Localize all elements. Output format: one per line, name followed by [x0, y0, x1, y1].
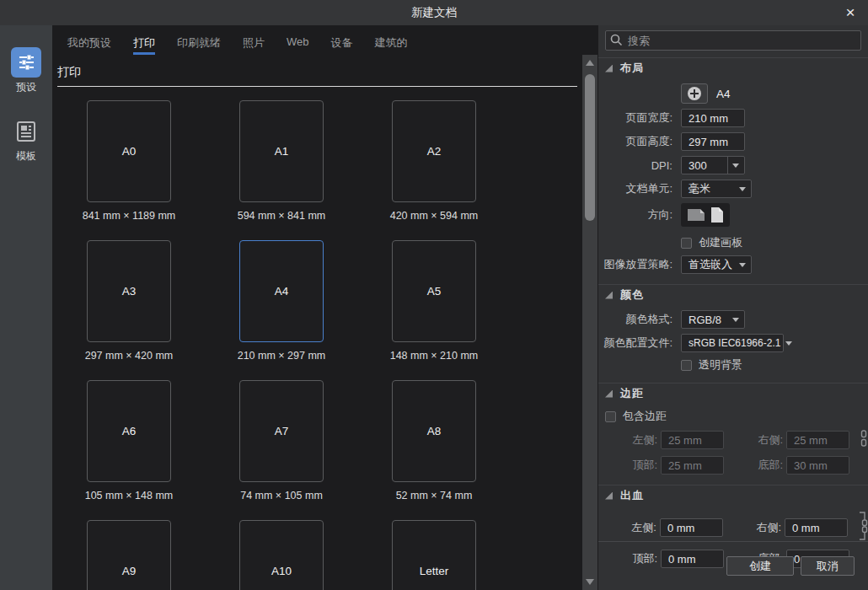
bleed-right-label: 右侧: — [730, 520, 781, 535]
preset-name: A4 — [275, 285, 289, 298]
preset-card-a7[interactable]: A7 74 mm × 105 mm — [206, 380, 357, 520]
preset-card-a4-selected[interactable]: A4 210 mm × 297 mm — [206, 240, 357, 380]
color-profile-value: sRGB IEC61966-2.1 — [689, 337, 780, 349]
create-artboard-checkbox[interactable] — [681, 238, 692, 249]
preset-card-letter[interactable]: Letter — [358, 520, 510, 590]
preset-name: Letter — [420, 565, 449, 577]
bleed-section-title: 出血 — [620, 488, 644, 503]
margin-top-input[interactable] — [661, 456, 724, 475]
add-preset-button[interactable] — [681, 83, 708, 104]
preset-card-a10[interactable]: A10 — [206, 520, 357, 590]
preset-dimensions: 420 mm × 594 mm — [358, 210, 510, 222]
vertical-scrollbar[interactable] — [582, 55, 597, 590]
scroll-up-icon[interactable] — [586, 60, 594, 66]
color-format-dropdown[interactable]: RGB/8 — [681, 310, 745, 329]
scroll-down-icon[interactable] — [586, 579, 594, 585]
create-button[interactable]: 创建 — [726, 556, 794, 576]
preset-name: A10 — [271, 565, 292, 577]
search-input[interactable] — [605, 30, 861, 51]
include-margins-label: 包含边距 — [623, 409, 667, 424]
bleed-section-header[interactable]: 出血 — [598, 485, 868, 506]
landscape-icon[interactable] — [688, 209, 705, 221]
page-thumbnail: A1 — [239, 100, 324, 202]
dpi-value: 300 — [689, 159, 722, 172]
margin-bottom-input[interactable] — [786, 456, 849, 475]
margins-section-header[interactable]: 边距 — [598, 384, 868, 404]
page-width-input[interactable] — [681, 109, 745, 127]
preset-card-a9[interactable]: A9 — [53, 520, 205, 590]
page-thumbnail: A3 — [87, 240, 171, 342]
sidebar-presets-label: 预设 — [0, 80, 52, 94]
margin-left-input[interactable] — [661, 431, 724, 449]
preset-dimensions: 297 mm × 420 mm — [53, 350, 205, 362]
image-policy-value: 首选嵌入 — [689, 257, 734, 272]
layout-section: 布局 A4 页面宽度: 页面高度: DPI: 300 — [598, 57, 868, 274]
preset-card-a3[interactable]: A3 297 mm × 420 mm — [53, 240, 205, 380]
bleed-left-label: 左侧: — [598, 520, 656, 535]
preset-name: A8 — [427, 425, 442, 437]
color-profile-dropdown[interactable]: sRGB IEC61966-2.1 — [681, 334, 784, 352]
layout-section-header[interactable]: 布局 — [598, 58, 868, 78]
sidebar-item-presets[interactable]: 预设 — [0, 47, 52, 94]
image-policy-label: 图像放置策略: — [598, 257, 672, 272]
preset-card-a1[interactable]: A1 594 mm × 841 mm — [206, 100, 357, 240]
collapse-triangle-icon — [605, 390, 613, 398]
margin-right-label: 右侧: — [731, 432, 783, 448]
margin-right-input[interactable] — [786, 431, 849, 449]
search-icon — [610, 34, 623, 50]
preset-name: A2 — [427, 145, 442, 158]
page-height-label: 页面高度: — [598, 134, 672, 149]
dpi-dropdown[interactable]: 300 — [681, 156, 745, 174]
portrait-icon[interactable] — [711, 207, 723, 223]
preset-card-a8[interactable]: A8 52 mm × 74 mm — [358, 380, 510, 520]
page-thumbnail: A6 — [87, 380, 171, 482]
orientation-label: 方向: — [598, 207, 672, 223]
margin-top-label: 顶部: — [598, 458, 657, 473]
preset-dimensions: 841 mm × 1189 mm — [53, 210, 205, 222]
units-label: 文档单元: — [598, 181, 672, 196]
transparent-background-checkbox[interactable] — [681, 360, 692, 371]
page-height-input[interactable] — [681, 132, 745, 151]
preset-card-a0[interactable]: A0 841 mm × 1189 mm — [53, 100, 205, 240]
preset-card-a2[interactable]: A2 420 mm × 594 mm — [358, 100, 510, 240]
orientation-toggle — [681, 203, 730, 227]
preset-dimensions: 210 mm × 297 mm — [206, 350, 357, 362]
create-artboard-label: 创建画板 — [699, 235, 742, 250]
sliders-icon — [11, 47, 41, 78]
preset-name: A7 — [275, 425, 289, 437]
collapse-triangle-icon — [605, 492, 613, 500]
preset-grid: A0 841 mm × 1189 mm A1 594 mm × 841 mm A… — [52, 25, 598, 590]
page-thumbnail: A9 — [87, 520, 171, 590]
page-thumbnail: A10 — [239, 520, 324, 590]
margins-section: 边距 包含边距 左侧: 右侧: 顶部: — [598, 383, 868, 475]
current-preset-name: A4 — [716, 88, 731, 100]
unlink-chain-icon[interactable] — [860, 430, 868, 450]
preset-dimensions: 148 mm × 210 mm — [358, 350, 510, 362]
image-policy-dropdown[interactable]: 首选嵌入 — [681, 255, 752, 274]
units-dropdown[interactable]: 毫米 — [681, 180, 752, 198]
close-icon[interactable]: × — [839, 2, 861, 24]
preset-name: A9 — [122, 565, 137, 577]
color-profile-label: 颜色配置文件: — [598, 335, 672, 351]
settings-panel: 布局 A4 页面宽度: 页面高度: DPI: 300 — [598, 25, 868, 590]
bleed-left-input[interactable] — [660, 518, 723, 537]
preset-dimensions: 594 mm × 841 mm — [206, 210, 357, 222]
link-chain-icon[interactable] — [858, 512, 868, 544]
sidebar-item-templates[interactable]: 模板 — [0, 116, 52, 164]
color-section-header[interactable]: 颜色 — [598, 285, 868, 305]
page-thumbnail: A8 — [392, 380, 476, 482]
color-section-title: 颜色 — [620, 287, 644, 303]
cancel-button[interactable]: 取消 — [801, 556, 855, 576]
preset-card-a6[interactable]: A6 105 mm × 148 mm — [53, 380, 205, 520]
chevron-down-icon — [739, 263, 746, 267]
preset-card-a5[interactable]: A5 148 mm × 210 mm — [358, 240, 510, 380]
scrollbar-thumb[interactable] — [585, 74, 595, 221]
color-section: 颜色 颜色格式: RGB/8 颜色配置文件: sRGB IEC61966-2.1… — [598, 284, 868, 373]
include-margins-checkbox[interactable] — [605, 411, 616, 422]
margin-left-label: 左侧: — [598, 432, 657, 448]
margins-section-title: 边距 — [620, 386, 644, 401]
bleed-right-input[interactable] — [785, 518, 848, 537]
sidebar: 预设 模板 — [0, 25, 52, 590]
page-width-label: 页面宽度: — [598, 110, 672, 126]
page-thumbnail: A4 — [239, 240, 324, 342]
